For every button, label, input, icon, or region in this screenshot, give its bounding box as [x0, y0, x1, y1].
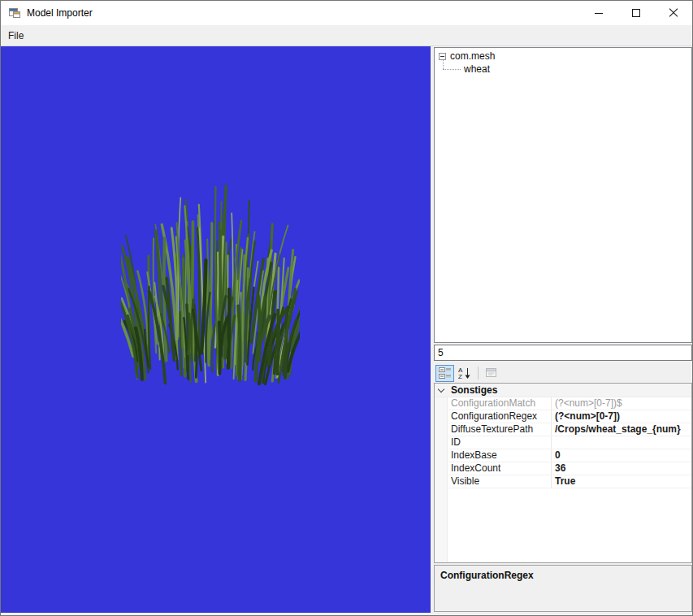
- menu-bar: File: [1, 25, 692, 46]
- close-icon: [669, 8, 678, 18]
- property-grid: Sonstiges ConfigurationMatch (?<num>[0-7…: [434, 383, 692, 563]
- app-icon: [8, 7, 21, 20]
- category-row-sonstiges[interactable]: Sonstiges: [435, 384, 691, 397]
- viewport-3d[interactable]: [1, 46, 431, 613]
- categorized-view-icon: [439, 367, 452, 380]
- property-value[interactable]: [552, 436, 691, 449]
- property-row: Visible True: [448, 475, 691, 488]
- property-name[interactable]: DiffuseTexturePath: [448, 423, 552, 436]
- property-value[interactable]: 0: [552, 449, 691, 462]
- categorized-view-button[interactable]: [435, 365, 454, 382]
- alphabetical-sort-icon: A Z: [458, 367, 471, 380]
- property-name[interactable]: Visible: [448, 475, 552, 488]
- value-input[interactable]: [434, 345, 692, 361]
- property-value[interactable]: 36: [552, 462, 691, 475]
- property-value[interactable]: /Crops/wheat_stage_{num}: [552, 423, 691, 436]
- property-row: IndexBase 0: [448, 449, 691, 462]
- wheat-model: [121, 183, 300, 386]
- property-name[interactable]: IndexCount: [448, 462, 552, 475]
- window-controls: [580, 1, 692, 25]
- property-value[interactable]: (?<num>[0-7])$: [552, 397, 691, 410]
- tree-root-label[interactable]: com.mesh: [450, 50, 495, 63]
- property-grid-gutter: [435, 397, 448, 562]
- toolbar-separator: [478, 367, 479, 380]
- property-row: DiffuseTexturePath /Crops/wheat_stage_{n…: [448, 423, 691, 436]
- property-grid-toolbar: A Z: [434, 363, 692, 383]
- app-window: Model Importer File com.mesh: [0, 0, 693, 616]
- property-name[interactable]: IndexBase: [448, 449, 552, 462]
- property-pages-button: [482, 365, 500, 382]
- chevron-down-icon: [438, 385, 444, 392]
- property-value[interactable]: True: [552, 475, 691, 488]
- tree-child-label[interactable]: wheat: [464, 63, 490, 76]
- property-row: ID: [448, 436, 691, 449]
- property-row: ConfigurationMatch (?<num>[0-7])$: [448, 397, 691, 410]
- tree-connector-line: [443, 69, 461, 70]
- maximize-icon: [632, 9, 640, 17]
- property-name[interactable]: ConfigurationMatch: [448, 397, 552, 410]
- property-row: IndexCount 36: [448, 462, 691, 475]
- tree-connector-line: [443, 59, 444, 69]
- title-bar: Model Importer: [1, 1, 692, 25]
- property-name[interactable]: ConfigurationRegex: [448, 410, 552, 423]
- window-title: Model Importer: [27, 7, 93, 19]
- menu-file[interactable]: File: [1, 26, 31, 46]
- category-label: Sonstiges: [451, 384, 497, 396]
- property-value[interactable]: (?<num>[0-7]): [552, 410, 691, 423]
- maximize-button[interactable]: [617, 1, 655, 25]
- svg-text:Z: Z: [458, 373, 462, 380]
- content-area: com.mesh wheat: [1, 46, 692, 615]
- alphabetical-sort-button[interactable]: A Z: [455, 365, 474, 382]
- selected-property-title: ConfigurationRegex: [435, 566, 691, 585]
- model-tree[interactable]: com.mesh wheat: [434, 47, 692, 343]
- property-description-panel: ConfigurationRegex: [434, 565, 692, 612]
- property-row: ConfigurationRegex (?<num>[0-7]): [448, 410, 691, 423]
- close-button[interactable]: [655, 1, 692, 25]
- minimize-button[interactable]: [580, 1, 617, 25]
- minimize-icon: [595, 13, 603, 14]
- property-pages-icon: [485, 367, 498, 380]
- property-name[interactable]: ID: [448, 436, 552, 449]
